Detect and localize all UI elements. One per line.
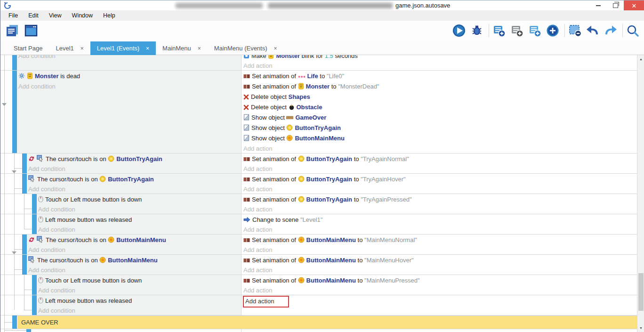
tab-close-icon[interactable]: ×	[146, 45, 149, 52]
scene-window-button[interactable]	[25, 24, 39, 38]
tab-mainmenu-events-[interactable]: MainMenu (Events)×	[208, 41, 284, 55]
event-selection-bar[interactable]	[12, 55, 17, 70]
conditions-cell: Touch or Left mouse button is downAdd co…	[32, 275, 241, 295]
action-line[interactable]: Set animation of ButtonTryAgain to "TryA…	[243, 154, 636, 164]
add-action-button[interactable]: Add action	[243, 285, 636, 295]
search-button[interactable]	[627, 24, 641, 38]
condition-line[interactable]: The cursor/touch is on ButtonMainMenu	[28, 235, 241, 245]
add-condition-button[interactable]: Add condition	[18, 81, 241, 92]
add-action-button[interactable]: Add action	[243, 225, 636, 235]
tab-label: Start Page	[14, 45, 42, 52]
redo-button[interactable]	[604, 24, 619, 38]
event-selection-bar[interactable]	[22, 255, 27, 275]
add-condition-button[interactable]: Add condition	[28, 164, 241, 174]
add-condition-button[interactable]: Add condition	[28, 245, 241, 255]
window-title: game.json.autosave	[395, 2, 450, 9]
event-selection-bar[interactable]	[32, 275, 37, 295]
condition-line[interactable]: Left mouse button was released	[38, 296, 241, 306]
event-selection-bar[interactable]	[22, 154, 27, 173]
mouse-icon	[38, 196, 43, 202]
menu-item-help[interactable]: Help	[98, 10, 121, 21]
action-line[interactable]: Set animation of Monster to "MonsterDead…	[243, 81, 636, 92]
add-action-button-highlighted[interactable]: Add action	[243, 296, 289, 308]
project-manager-icon	[5, 24, 19, 38]
event-selection-bar[interactable]	[12, 316, 17, 329]
add-condition-button[interactable]: Add condition	[38, 306, 241, 316]
event-selection-bar[interactable]	[22, 174, 27, 194]
tab-start-page[interactable]: Start Page	[7, 41, 49, 55]
condition-line[interactable]: Left mouse button was released	[38, 215, 241, 225]
event-selection-bar[interactable]	[22, 235, 27, 254]
add-subevent-button[interactable]	[511, 24, 525, 38]
menu-item-file[interactable]: File	[3, 10, 23, 21]
event-selection-bar[interactable]	[32, 295, 37, 315]
add-condition-button[interactable]: Add condition	[38, 225, 241, 235]
scroll-down-button[interactable]: ▼	[637, 324, 644, 332]
close-button[interactable]: ✕	[624, 0, 644, 11]
condition-line[interactable]: Touch or Left mouse button is down	[38, 194, 241, 204]
tab-close-icon[interactable]: ×	[198, 45, 201, 52]
add-condition-button[interactable]: Add condition	[38, 285, 241, 295]
tab-close-icon[interactable]: ×	[80, 45, 84, 52]
tab-level1[interactable]: Level1×	[49, 41, 90, 55]
add-condition-button[interactable]: Add condition	[18, 55, 241, 61]
add-condition-button[interactable]: Add condition	[38, 204, 241, 214]
scroll-up-button[interactable]: ▲	[637, 56, 644, 63]
add-event-button[interactable]	[493, 24, 507, 38]
add-new-button[interactable]	[547, 24, 561, 38]
tab-close-icon[interactable]: ×	[274, 45, 277, 52]
add-comment-button[interactable]	[529, 24, 543, 38]
actions-cell: Make Monster blink for 1.5 secondsAdd ac…	[241, 55, 636, 70]
condition-line[interactable]: The cursor/touch is on ButtonTryAgain	[28, 174, 241, 184]
add-action-button[interactable]: Add action	[243, 61, 636, 71]
menu-item-edit[interactable]: Edit	[23, 10, 44, 21]
action-line[interactable]: Change to scene "Level1"	[243, 215, 636, 225]
event-selection-bar[interactable]	[32, 194, 37, 214]
action-line[interactable]: Set animation of ButtonMainMenu to "Main…	[243, 255, 636, 265]
vertical-scrollbar[interactable]: ▲ ▼	[637, 55, 644, 332]
action-line[interactable]: Set animation of ButtonTryAgain to "TryA…	[243, 174, 636, 184]
menu-item-view[interactable]: View	[44, 10, 67, 21]
action-line[interactable]: Set animation of ButtonMainMenu to "Main…	[243, 275, 636, 285]
menu-item-window[interactable]: Window	[67, 10, 98, 21]
minimize-button[interactable]	[590, 0, 607, 11]
coin-orange-icon	[298, 236, 305, 243]
scrollbar-thumb[interactable]	[638, 273, 644, 311]
condition-line[interactable]: Monster is dead	[18, 71, 241, 81]
action-line[interactable]: Set animation of ButtonMainMenu to "Main…	[243, 235, 636, 245]
debug-button[interactable]	[471, 24, 485, 38]
action-line[interactable]: Show object GameOver	[243, 113, 636, 123]
play-button[interactable]	[453, 24, 467, 38]
condition-line[interactable]: The cursor/touch is on ButtonTryAgain	[28, 154, 241, 164]
remove-event-button[interactable]	[569, 24, 583, 38]
action-line[interactable]: Set animation of Life to "Life0"	[243, 71, 636, 81]
add-action-button[interactable]: Add action	[243, 144, 636, 154]
add-action-button[interactable]: Add action	[243, 245, 636, 255]
restore-button[interactable]	[607, 0, 624, 11]
add-condition-button[interactable]: Add condition	[28, 184, 241, 194]
add-action-button[interactable]: Add action	[243, 265, 636, 275]
event-selection-bar[interactable]	[12, 71, 17, 153]
event-selection-bar[interactable]	[26, 329, 31, 332]
coin-yellow-icon	[286, 124, 293, 131]
undo-button[interactable]	[587, 24, 601, 38]
tab-level1-events-[interactable]: Level1 (Events)×	[90, 41, 156, 55]
action-line[interactable]: Show object ButtonMainMenu	[243, 133, 636, 144]
project-manager-button[interactable]	[6, 24, 20, 38]
add-action-button[interactable]: Add action	[243, 164, 636, 174]
action-line[interactable]: Delete object Shapes	[243, 92, 636, 102]
action-line[interactable]: Make Monster blink for 1.5 seconds	[243, 55, 636, 61]
add-condition-button[interactable]: Add condition	[28, 265, 241, 275]
action-line[interactable]: Set animation of ButtonTryAgain to "TryA…	[243, 194, 636, 204]
condition-line[interactable]: Touch or Left mouse button is down	[38, 275, 241, 285]
add-action-button[interactable]: Add action	[243, 204, 636, 214]
action-line[interactable]: Delete object Obstacle	[243, 102, 636, 113]
action-line[interactable]: Show object ButtonTryAgain	[243, 123, 636, 133]
hearts-icon	[298, 74, 306, 79]
comment-text[interactable]: GAME OVER	[17, 316, 637, 329]
tab-mainmenu[interactable]: MainMenu×	[156, 41, 208, 55]
add-action-button[interactable]: Add action	[243, 184, 636, 194]
condition-line[interactable]: The cursor/touch is on ButtonMainMenu	[28, 255, 241, 265]
coin-yellow-icon	[298, 176, 305, 182]
event-selection-bar[interactable]	[32, 214, 37, 234]
